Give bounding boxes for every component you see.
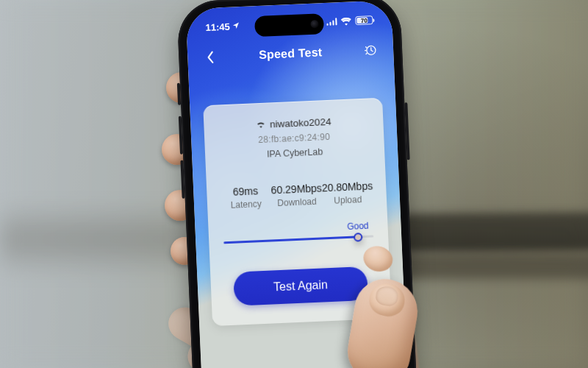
metric-upload: 20.80Mbps Upload: [322, 180, 374, 206]
network-ssid: niwatoko2024: [270, 116, 331, 130]
quality-thumb: [352, 231, 363, 242]
dynamic-island: [254, 13, 324, 37]
metric-download: 60.29Mbps Download: [270, 182, 323, 208]
metrics-row: 69ms Latency 60.29Mbps Download 20.80Mbp…: [218, 180, 375, 210]
upload-value: 20.80Mbps: [322, 180, 373, 194]
download-value: 60.29Mbps: [270, 182, 322, 196]
location-icon: [232, 21, 240, 31]
network-mac: 28:fb:ae:c9:24:90: [216, 130, 372, 146]
metric-latency: 69ms Latency: [220, 184, 272, 210]
network-provider: IPA CyberLab: [217, 144, 373, 161]
test-again-button[interactable]: Test Again: [233, 266, 368, 306]
cellular-icon: [326, 18, 337, 26]
wifi-icon: [340, 17, 351, 26]
upload-label: Upload: [322, 194, 373, 206]
screen: 11:45 70 Speed Test: [185, 0, 410, 368]
status-time: 11:45: [205, 21, 230, 32]
network-header: niwatoko2024 28:fb:ae:c9:24:90 IPA Cyber…: [215, 114, 373, 161]
quality-bar: Good: [220, 224, 377, 250]
battery-level: 70: [361, 17, 368, 24]
wifi-small-icon: [256, 119, 266, 131]
latency-label: Latency: [220, 198, 272, 210]
page-title: Speed Test: [259, 46, 323, 62]
latency-value: 69ms: [220, 184, 271, 198]
phone: 11:45 70 Speed Test: [176, 0, 420, 368]
quality-label: Good: [347, 221, 369, 232]
battery-icon: 70: [355, 15, 373, 25]
back-button[interactable]: [202, 50, 219, 64]
download-label: Download: [271, 196, 323, 208]
quality-track: [223, 235, 373, 244]
result-card: niwatoko2024 28:fb:ae:c9:24:90 IPA Cyber…: [203, 98, 392, 326]
history-button[interactable]: [362, 43, 379, 57]
